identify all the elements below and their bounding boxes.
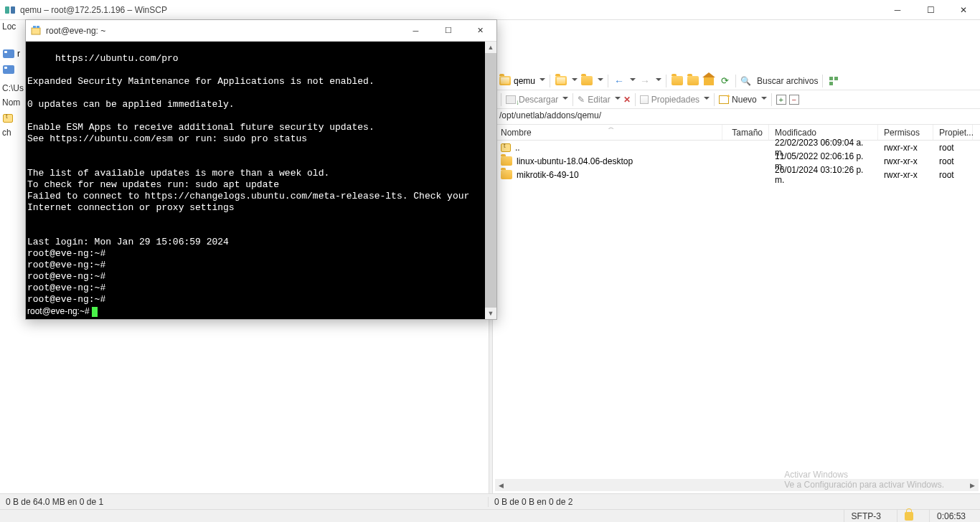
local-row-fragment: ch [0, 126, 25, 139]
file-list-header: Nombre︿ Tamaño Modificado Permisos Propi… [495, 125, 980, 141]
svg-rect-7 [37, 26, 39, 28]
folder-icon [501, 156, 512, 166]
putty-window: root@eve-ng: ~ ─ ☐ ✕ https://ubuntu.com/… [25, 19, 497, 320]
putty-scrollbar[interactable]: ▲ ▼ [485, 42, 496, 319]
file-permissions: rwxr-xr-x [878, 170, 933, 180]
file-row[interactable]: linux-ubuntu-18.04.06-desktop11/05/2022 … [495, 154, 980, 168]
col-permissions[interactable]: Permisos [878, 125, 933, 140]
terminal-cursor [92, 307, 98, 317]
minimize-button[interactable]: ─ [881, 0, 914, 20]
main-titlebar: qemu – root@172.25.1.196 – WinSCP ─ ☐ ✕ [0, 0, 980, 20]
deselect-all-button[interactable]: − [789, 95, 799, 105]
edit-icon: ✎ [578, 95, 585, 105]
svg-rect-6 [33, 26, 36, 28]
chevron-down-icon[interactable] [572, 78, 578, 84]
scroll-down-button[interactable]: ▼ [485, 308, 496, 319]
svg-rect-5 [32, 28, 40, 34]
file-list[interactable]: ..22/02/2023 06:09:04 a. m.rwxr-xr-xroot… [495, 141, 980, 181]
remote-panel: qemu ← → ⟳ 🔍 Buscar archivos Descargar ✎… [495, 72, 980, 181]
folder-open-button[interactable] [555, 75, 567, 87]
chevron-down-icon[interactable] [540, 78, 545, 84]
parent-folder-icon [3, 114, 13, 123]
putty-maximize-button[interactable]: ☐ [432, 20, 464, 42]
putty-title: root@eve-ng: ~ [46, 26, 105, 36]
svg-rect-4 [829, 82, 833, 85]
session-time: 0:06:53 [929, 510, 973, 523]
putty-close-button[interactable]: ✕ [464, 20, 496, 42]
scrollbar-thumb[interactable] [485, 53, 496, 308]
putty-icon [30, 25, 42, 37]
home-button[interactable] [702, 75, 715, 87]
svg-rect-1 [11, 6, 15, 14]
tree-button[interactable] [827, 75, 840, 87]
remote-toolbar-actions: Descargar ✎ Editar ✕ Propiedades Nuevo +… [495, 90, 980, 109]
remote-h-scrollbar[interactable]: ◀ ▶ [495, 479, 979, 491]
svg-rect-3 [834, 77, 838, 80]
folder-icon [501, 170, 512, 179]
scroll-right-button[interactable]: ▶ [966, 479, 979, 491]
file-modified: 26/01/2024 03:10:26 p. m. [769, 165, 878, 185]
chevron-down-icon[interactable] [761, 97, 767, 103]
local-path-fragment: C:\Us [0, 82, 25, 95]
col-owner[interactable]: Propiet... [933, 125, 973, 140]
chevron-down-icon [562, 97, 568, 103]
file-name: linux-ubuntu-18.04.06-desktop [517, 156, 633, 166]
drive-icon [3, 65, 14, 74]
encryption-cell [897, 510, 920, 523]
col-name[interactable]: Nombre︿ [495, 125, 722, 140]
svg-rect-0 [5, 6, 9, 14]
scroll-left-button[interactable]: ◀ [495, 479, 507, 491]
scroll-up-button[interactable]: ▲ [485, 42, 496, 53]
download-button: Descargar [519, 95, 558, 105]
lock-icon [905, 512, 913, 521]
refresh-button[interactable]: ⟳ [718, 75, 731, 87]
file-owner: root [933, 170, 973, 180]
folder-nav-button[interactable] [687, 75, 699, 87]
chevron-down-icon [615, 97, 621, 103]
remote-toolbar-nav: qemu ← → ⟳ 🔍 Buscar archivos [495, 72, 980, 90]
bottom-bar: SFTP-3 0:06:53 [0, 509, 980, 522]
search-files-button[interactable]: Buscar archivos [757, 76, 818, 86]
file-name: .. [515, 143, 520, 153]
forward-button: → [639, 75, 651, 87]
delete-button: ✕ [623, 95, 631, 105]
sort-asc-icon: ︿ [608, 123, 614, 131]
folder-icon [499, 76, 511, 85]
chevron-down-icon[interactable] [598, 78, 603, 84]
window-title: qemu – root@172.25.1.196 – WinSCP [20, 5, 167, 15]
maximize-button[interactable]: ☐ [914, 0, 947, 20]
status-bar: 0 B de 64.0 MB en 0 de 1 0 B de 0 B en 0… [0, 493, 980, 509]
chevron-down-icon[interactable] [656, 78, 661, 84]
col-size[interactable]: Tamaño [722, 125, 769, 140]
back-button[interactable]: ← [613, 75, 626, 87]
parent-folder-icon [501, 143, 511, 152]
terminal-output[interactable]: https://ubuntu.com/pro Expanded Security… [26, 42, 485, 319]
close-button[interactable]: ✕ [947, 0, 980, 20]
file-row[interactable]: ..22/02/2023 06:09:04 a. m.rwxr-xr-xroot [495, 141, 980, 154]
file-row[interactable]: mikrotik-6-49-1026/01/2024 03:10:26 p. m… [495, 168, 980, 181]
putty-minimize-button[interactable]: ─ [400, 20, 432, 42]
file-permissions: rwxr-xr-x [878, 156, 933, 166]
status-remote: 0 B de 0 B en 0 de 2 [488, 497, 578, 507]
local-label-fragment: Loc [0, 20, 25, 33]
putty-titlebar[interactable]: root@eve-ng: ~ ─ ☐ ✕ [26, 20, 496, 42]
local-panel-fragment: Loc r C:\Us Nom ch [0, 20, 25, 139]
new-button[interactable]: Nuevo [732, 95, 757, 105]
remote-path[interactable]: /opt/unetlab/addons/qemu/ [495, 109, 980, 125]
new-icon [719, 95, 729, 104]
protocol-cell: SFTP-3 [844, 510, 888, 523]
folder-button[interactable] [580, 75, 593, 87]
folder-nav-button[interactable] [671, 75, 684, 87]
svg-rect-2 [829, 77, 833, 80]
edit-button: Editar [588, 95, 610, 105]
remote-folder-combo[interactable]: qemu [514, 76, 535, 86]
file-owner: root [933, 143, 973, 153]
download-icon [506, 95, 516, 104]
search-icon: 🔍 [740, 76, 754, 86]
local-col-fragment: Nom [0, 96, 25, 109]
properties-button: Propiedades [651, 95, 699, 105]
select-all-button[interactable]: + [776, 95, 786, 105]
drive-label-fragment: r [17, 49, 20, 59]
chevron-down-icon[interactable] [630, 78, 636, 84]
drive-icon [3, 49, 14, 58]
